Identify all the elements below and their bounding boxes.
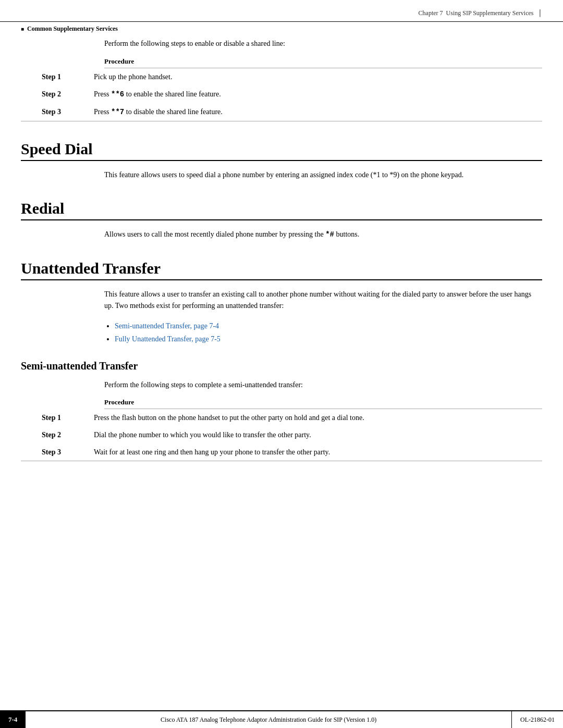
header-bar: │ <box>537 9 542 17</box>
step-label-b1: Step 1 <box>21 409 83 426</box>
step-content-b3: Wait for at least one ring and then hang… <box>83 443 542 461</box>
step-label-2: Step 2 <box>21 85 83 103</box>
table-row: Step 2 Dial the phone number to which yo… <box>21 426 542 443</box>
procedure-label-bottom: Procedure <box>104 398 542 409</box>
page-header: Chapter 7 Using SIP Supplementary Servic… <box>0 0 563 22</box>
heading-speed-dial: Speed Dial <box>21 140 542 161</box>
table-row: Step 1 Press the flash button on the pho… <box>21 409 542 426</box>
steps-table-bottom: Step 1 Press the flash button on the pho… <box>21 409 542 461</box>
breadcrumb: Common Supplementary Services <box>0 22 563 38</box>
unattended-transfer-bullets: Semi-unattended Transfer, page 7-4 Fully… <box>115 319 542 346</box>
footer-right-text: OL-21862-01 <box>511 711 563 728</box>
table-row: Step 3 Wait for at least one ring and th… <box>21 443 542 461</box>
subsection-semi-unattended: Semi-unattended Transfer Perform the fol… <box>21 360 542 461</box>
table-row: Step 3 Press **7 to disable the shared l… <box>21 103 542 121</box>
section-unattended-transfer: Unattended Transfer This feature allows … <box>21 260 542 462</box>
code-star7: **7 <box>111 108 124 116</box>
code-star6: **6 <box>111 90 124 98</box>
table-row: Step 2 Press **6 to enable the shared li… <box>21 85 542 103</box>
section-redial: Redial Allows users to call the most rec… <box>21 200 542 240</box>
step-label-3: Step 3 <box>21 103 83 121</box>
step-label-b2: Step 2 <box>21 426 83 443</box>
heading-unattended-transfer: Unattended Transfer <box>21 260 542 280</box>
step-content-b1: Press the flash button on the phone hand… <box>83 409 542 426</box>
page-footer: 7-4 Cisco ATA 187 Analog Telephone Adapt… <box>0 710 563 728</box>
step-content-b2: Dial the phone number to which you would… <box>83 426 542 443</box>
procedure-label-top: Procedure <box>104 57 542 68</box>
heading-semi-unattended: Semi-unattended Transfer <box>21 360 542 372</box>
fully-unattended-link[interactable]: Fully Unattended Transfer, page 7-5 <box>115 335 221 343</box>
unattended-transfer-para: This feature allows a user to transfer a… <box>104 289 542 312</box>
step-content-3: Press **7 to disable the shared line fea… <box>83 103 542 121</box>
code-hash: *# <box>325 230 334 239</box>
step-label-1: Step 1 <box>21 68 83 85</box>
heading-redial: Redial <box>21 200 542 220</box>
section-speed-dial: Speed Dial This feature allows users to … <box>21 140 542 181</box>
steps-table-top: Step 1 Pick up the phone handset. Step 2… <box>21 68 542 121</box>
semi-unattended-intro: Perform the following steps to complete … <box>104 379 542 391</box>
step-content-1: Pick up the phone handset. <box>83 68 542 85</box>
redial-para: Allows users to call the most recently d… <box>104 229 542 240</box>
speed-dial-para: This feature allows users to speed dial … <box>104 169 542 181</box>
intro-paragraph: Perform the following steps to enable or… <box>104 38 542 49</box>
footer-center-text: Cisco ATA 187 Analog Telephone Adaptor A… <box>26 711 511 728</box>
footer-page-number: 7-4 <box>0 711 26 728</box>
list-item: Semi-unattended Transfer, page 7-4 <box>115 319 542 332</box>
semi-unattended-link[interactable]: Semi-unattended Transfer, page 7-4 <box>115 322 219 330</box>
table-row: Step 1 Pick up the phone handset. <box>21 68 542 85</box>
step-label-b3: Step 3 <box>21 443 83 461</box>
header-chapter: Chapter 7 <box>419 9 443 17</box>
main-content: Perform the following steps to enable or… <box>0 38 563 503</box>
list-item: Fully Unattended Transfer, page 7-5 <box>115 332 542 346</box>
step-content-2: Press **6 to enable the shared line feat… <box>83 85 542 103</box>
header-title: Using SIP Supplementary Services <box>446 9 534 17</box>
